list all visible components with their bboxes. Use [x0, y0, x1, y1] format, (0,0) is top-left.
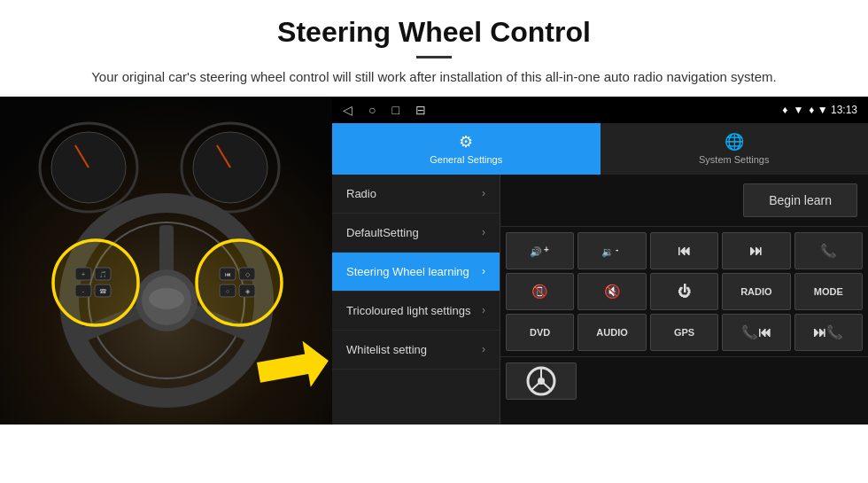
menu-item-default[interactable]: DefaultSetting ›: [332, 214, 500, 253]
chevron-icon: ›: [482, 343, 485, 355]
general-settings-icon: ⚙: [459, 132, 473, 152]
tab-general[interactable]: ⚙ General Settings: [332, 123, 601, 175]
begin-learn-button[interactable]: Begin learn: [743, 183, 857, 217]
menu-item-radio[interactable]: Radio ›: [332, 175, 500, 214]
next-track-button[interactable]: ⏭: [722, 232, 790, 269]
mode-button[interactable]: MODE: [794, 273, 863, 310]
steering-icon-button[interactable]: [506, 362, 577, 400]
svg-text:🔉: 🔉: [601, 245, 614, 258]
svg-line-40: [541, 381, 551, 390]
tab-bar: ⚙ General Settings 🌐 System Settings: [332, 123, 868, 175]
svg-text:-: -: [616, 245, 618, 254]
vol-down-button[interactable]: 🔉 -: [577, 232, 646, 269]
svg-point-22: [197, 240, 282, 325]
control-grid: 🔊 + 🔉 - ⏮: [500, 227, 868, 356]
menu-icon[interactable]: ⊟: [415, 103, 426, 117]
audio-button[interactable]: AUDIO: [577, 314, 646, 351]
begin-learn-area: Begin learn: [500, 175, 868, 227]
chevron-icon: ›: [482, 304, 485, 316]
header-subtitle: Your original car's steering wheel contr…: [35, 67, 833, 88]
svg-text:+: +: [544, 245, 549, 254]
gps-button[interactable]: GPS: [650, 314, 718, 351]
dvd-button[interactable]: DVD: [506, 314, 574, 351]
status-icons: ♦ ▼ ♦ ▼ 13:13: [782, 104, 857, 116]
settings-panel: Radio › DefaultSetting › Steering Wheel …: [332, 175, 868, 425]
menu-item-tricolour[interactable]: Tricoloured light settings ›: [332, 292, 500, 331]
right-panel: Begin learn 🔊 + 🔉: [500, 175, 868, 425]
menu-item-whitelist[interactable]: Whitelist setting ›: [332, 331, 500, 370]
chevron-icon: ›: [482, 226, 485, 238]
bottom-icon-area: [500, 356, 868, 405]
location-icon: ♦: [782, 104, 787, 116]
steering-wheel-image: + 🎵 - ☎ ⏮ ◇ ○ ◈: [0, 97, 332, 425]
svg-point-12: [149, 288, 184, 309]
menu-item-steering-label: Steering Wheel learning: [346, 265, 469, 278]
svg-text:☎: ☎: [99, 288, 107, 294]
tab-general-label: General Settings: [430, 154, 502, 165]
prev-track-button[interactable]: ⏮: [650, 232, 718, 269]
svg-text:○: ○: [226, 288, 229, 294]
svg-text:🎵: 🎵: [99, 270, 107, 278]
page-wrapper: Steering Wheel Control Your original car…: [0, 0, 868, 425]
tel-prev-button[interactable]: 📞⏮: [722, 314, 790, 351]
svg-point-13: [53, 240, 138, 325]
hang-up-button[interactable]: 📵: [506, 273, 574, 310]
chevron-icon: ›: [482, 187, 485, 199]
home-icon[interactable]: ○: [368, 103, 376, 117]
svg-text:+: +: [81, 271, 85, 277]
page-title: Steering Wheel Control: [35, 16, 833, 49]
left-menu: Radio › DefaultSetting › Steering Wheel …: [332, 175, 500, 425]
power-button[interactable]: ⏻: [650, 273, 718, 310]
main-content: + 🎵 - ☎ ⏮ ◇ ○ ◈: [0, 97, 868, 425]
nav-icons: ◁ ○ □ ⊟: [343, 103, 426, 117]
back-icon[interactable]: ◁: [343, 103, 353, 117]
menu-item-default-label: DefaultSetting: [346, 226, 419, 239]
menu-item-radio-label: Radio: [346, 187, 376, 200]
page-header: Steering Wheel Control Your original car…: [0, 0, 868, 97]
svg-line-39: [531, 381, 541, 390]
menu-item-tricolour-label: Tricoloured light settings: [346, 304, 470, 317]
tel-next-button[interactable]: ⏭📞: [794, 314, 863, 351]
android-ui: ◁ ○ □ ⊟ ♦ ▼ ♦ ▼ 13:13 ⚙ General Settings: [332, 97, 868, 425]
tab-system[interactable]: 🌐 System Settings: [601, 123, 869, 175]
mute-button[interactable]: 🔇: [577, 273, 646, 310]
svg-text:⏮: ⏮: [225, 271, 231, 277]
menu-item-whitelist-label: Whitelist setting: [346, 343, 427, 356]
phone-answer-button[interactable]: 📞: [794, 232, 863, 269]
clock: ♦ ▼ 13:13: [809, 104, 857, 116]
svg-text:🔊: 🔊: [530, 245, 542, 258]
chevron-icon: ›: [482, 265, 485, 277]
tab-system-label: System Settings: [699, 154, 769, 165]
vol-up-button[interactable]: 🔊 +: [506, 232, 574, 269]
system-settings-icon: 🌐: [725, 132, 744, 152]
status-bar: ◁ ○ □ ⊟ ♦ ▼ ♦ ▼ 13:13: [332, 97, 868, 123]
steering-wheel-icon: [525, 365, 557, 397]
radio-button[interactable]: RADIO: [722, 273, 790, 310]
header-divider: [416, 56, 452, 58]
menu-item-steering[interactable]: Steering Wheel learning ›: [332, 253, 500, 292]
recent-icon[interactable]: □: [391, 103, 399, 117]
signal-icon: ▼: [793, 104, 803, 116]
steering-wheel-svg: + 🎵 - ☎ ⏮ ◇ ○ ◈: [0, 97, 332, 425]
